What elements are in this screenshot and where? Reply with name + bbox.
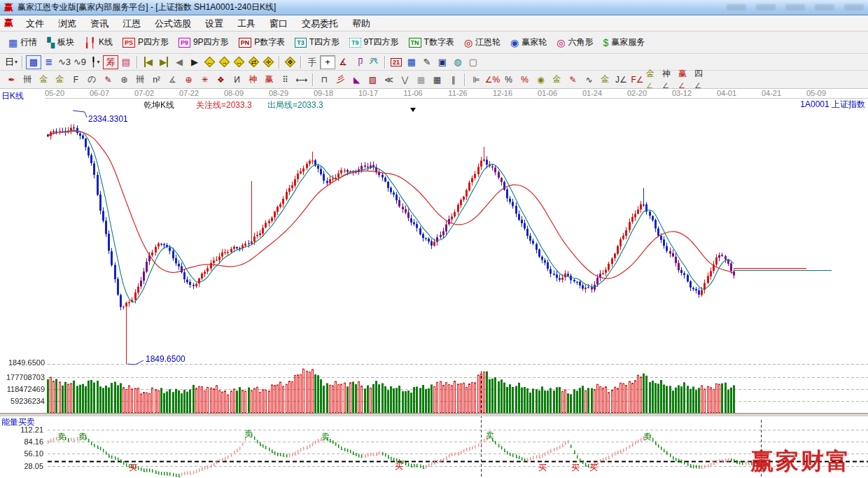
toolbar-button-pen[interactable]: ✒	[4, 73, 20, 87]
toolbar-button-angle-line[interactable]: ∡	[164, 73, 181, 87]
toolbar-button-web-link[interactable]: ◍	[450, 55, 465, 69]
titlebar-blurred-control[interactable]	[756, 4, 776, 10]
toolbar-button-wave-mark[interactable]: И	[229, 73, 245, 87]
toolbar-button-qiankun-net[interactable]: ▩	[26, 55, 41, 69]
toolbar-button-width-measure[interactable]: ⟷	[293, 73, 309, 87]
toolbar-button-expand-x[interactable]: ↔	[232, 55, 246, 69]
toolbar-button-candle-style[interactable]: ╿▾	[88, 55, 103, 69]
menu-item-gann[interactable]: 江恩	[115, 17, 148, 30]
titlebar-window-controls[interactable]	[727, 4, 864, 10]
toolbar-button-ying-tool[interactable]: 赢	[261, 73, 277, 87]
toolbar-button-gold-circle[interactable]: ◉	[533, 73, 549, 87]
toolbar-button-gann-fan[interactable]: 彡	[332, 73, 349, 87]
menu-item-window[interactable]: 窗口	[262, 17, 295, 30]
toolbar-button-last-page[interactable]: ▶	[156, 55, 172, 69]
toolbar-button-p-digit-table[interactable]: PNP数字表	[234, 34, 290, 50]
toolbar-button-percent[interactable]: %	[500, 73, 517, 87]
toolbar-button-time-ticks[interactable]: 卌	[132, 73, 148, 87]
menu-item-file[interactable]: 文件	[19, 17, 51, 30]
toolbar-button-chip-tool[interactable]: 筹	[103, 55, 118, 69]
toolbar-button-calendar-21[interactable]: 21	[388, 55, 404, 69]
toolbar-button-angle-measure[interactable]: ∡	[335, 55, 351, 69]
toolbar-button-wave-3[interactable]: ∿3	[57, 55, 72, 69]
toolbar-button-gann-circle[interactable]: ⊛	[116, 73, 132, 87]
menu-item-help[interactable]: 帮助	[345, 17, 377, 30]
toolbar-button-workstation[interactable]: ▢	[465, 55, 481, 69]
toolbar-button-winner-wheel[interactable]: ◉赢家轮	[505, 34, 552, 50]
toolbar-button-shen-tool[interactable]: 神	[245, 73, 261, 87]
toolbar-button-fan-square-purple[interactable]: ◣	[349, 73, 365, 87]
menu-item-settings[interactable]: 设置	[198, 17, 230, 30]
toolbar-button-winner-service[interactable]: $赢家服务	[598, 34, 650, 50]
titlebar-blurred-control[interactable]	[844, 4, 864, 10]
toolbar-button-notes[interactable]: ✎	[419, 55, 435, 69]
toolbar-button-move-view[interactable]: ✥	[284, 55, 297, 69]
toolbar-button-grid-light[interactable]: ▦	[413, 73, 429, 87]
toolbar-button-period-day[interactable]: 日▾	[4, 55, 19, 69]
toolbar-button-j-angle[interactable]: J∠	[613, 73, 629, 87]
toolbar-button-9p-square[interactable]: P99P四方形	[174, 34, 234, 50]
toolbar-button-gann-ticks[interactable]: 卌	[20, 73, 36, 87]
toolbar-button-t-square[interactable]: T3T四方形	[290, 34, 344, 50]
toolbar-button-gann-wheel[interactable]: ◎江恩轮	[459, 34, 505, 50]
toolbar-button-crosshair[interactable]: +	[320, 55, 335, 69]
toolbar-button-sectors[interactable]: ▚板块	[42, 34, 79, 50]
toolbar-button-gann-grid-box[interactable]: ❖	[213, 73, 229, 87]
toolbar-button-circle-cross[interactable]: ⊕	[181, 73, 197, 87]
toolbar-button-pen-measure[interactable]: ✎	[100, 73, 116, 87]
toolbar-button-save[interactable]: ▣	[435, 55, 450, 69]
titlebar-blurred-control[interactable]	[785, 4, 805, 10]
toolbar-button-ray-lines[interactable]: ≪	[381, 73, 397, 87]
toolbar-button-restore-view[interactable]: ✛	[262, 55, 275, 69]
toolbar-button-gold-section-1[interactable]: 金	[36, 73, 52, 87]
toolbar-button-wave-9[interactable]: ∿9	[72, 55, 88, 69]
toolbar-button-9t-square[interactable]: T99T四方形	[344, 34, 404, 50]
toolbar-button-zoom-in-x[interactable]: →	[218, 55, 231, 69]
toolbar-button-info-panel[interactable]: ≣	[41, 55, 57, 69]
menu-item-browse[interactable]: 浏览	[51, 17, 83, 30]
toolbar-button-kline[interactable]: ╽╿K线	[79, 34, 118, 50]
toolbar-button-quotes[interactable]: ▦行情	[4, 34, 42, 50]
toolbar-button-calculator[interactable]: ▦	[404, 55, 419, 69]
toolbar-button-shen-angle[interactable]: 神∠	[662, 73, 678, 87]
toolbar-button-scribble-tool[interactable]: 癶	[366, 55, 382, 69]
toolbar-button-gold-section-2[interactable]: 金	[52, 73, 68, 87]
toolbar-button-p-square[interactable]: PSP四方形	[118, 34, 174, 50]
toolbar-button-ying-angle[interactable]: 赢∠	[678, 73, 694, 87]
toolbar-button-gann-stamp[interactable]: 卩	[351, 55, 366, 69]
toolbar-button-chip-distribution[interactable]: ▤	[118, 55, 134, 69]
titlebar-blurred-control[interactable]	[727, 4, 746, 10]
menu-item-news[interactable]: 资讯	[83, 17, 115, 30]
toolbar-button-gold-angle[interactable]: 金∠	[645, 73, 662, 87]
menu-item-trade[interactable]: 交易委托	[295, 17, 345, 30]
toolbar-button-page-left[interactable]: ◀	[172, 55, 187, 69]
menu-item-tools[interactable]: 工具	[230, 17, 262, 30]
toolbar-button-price-scale[interactable]: ⊫	[468, 73, 484, 87]
toolbar-button-percent-angle[interactable]: ∠%	[484, 73, 500, 87]
toolbar-button-parallel-lines[interactable]: ∥	[445, 73, 461, 87]
toolbar-button-gann-square-star[interactable]: ✳	[197, 73, 213, 87]
toolbar-button-gold-rule[interactable]: 金	[597, 73, 613, 87]
toolbar-button-n-square[interactable]: n²	[148, 73, 164, 87]
toolbar-button-t-digit-table[interactable]: TNT数字表	[404, 34, 459, 50]
toolbar-button-compress-x[interactable]: ⇄	[247, 55, 260, 69]
toolbar-button-spiral[interactable]: の	[84, 73, 100, 87]
toolbar-button-percent-line[interactable]: %	[517, 73, 533, 87]
chart-canvas[interactable]	[0, 89, 868, 478]
toolbar-button-fan-square[interactable]: ▨	[365, 73, 381, 87]
toolbar-button-zigzag[interactable]: ⋁	[397, 73, 413, 87]
toolbar-button-page-right[interactable]: ▶	[187, 55, 202, 69]
toolbar-button-fibonacci[interactable]: F	[68, 73, 84, 87]
toolbar-button-f-angle[interactable]: F∠	[629, 73, 645, 87]
toolbar-button-grid-arrow[interactable]: ▦	[429, 73, 445, 87]
titlebar-blurred-control[interactable]	[815, 4, 834, 10]
toolbar-button-hexagon[interactable]: ◎六角形	[552, 34, 598, 50]
toolbar-button-pen-bars[interactable]: ✎	[565, 73, 581, 87]
toolbar-button-pan-hand[interactable]: 手	[304, 55, 320, 69]
toolbar-button-first-page[interactable]: ◀	[141, 55, 156, 69]
menu-item-formula-pick[interactable]: 公式选股	[148, 17, 198, 30]
toolbar-button-wave-channel[interactable]: ∿	[581, 73, 597, 87]
toolbar-button-gold-line[interactable]: 金	[549, 73, 565, 87]
toolbar-button-grid-123[interactable]: ⠿	[277, 73, 293, 87]
toolbar-button-si-angle[interactable]: 四∠	[694, 73, 710, 87]
